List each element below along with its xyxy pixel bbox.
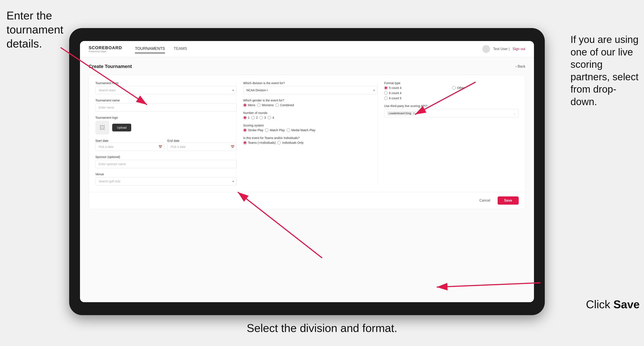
gender-mens[interactable]: Mens [243,103,255,107]
format-6count4[interactable]: 6 count 4 [384,91,450,95]
upload-button[interactable]: Upload [112,124,131,132]
division-label: Which division is the event for? [243,81,378,85]
form-col-3: Format type 5 count 4 Other [378,81,518,185]
tournament-logo-label: Tournament logo [95,116,236,119]
format-6count5[interactable]: 6 count 5 [384,96,450,100]
nav-tabs: TOURNAMENTS TEAMS [135,45,482,53]
sponsor-label: Sponsor (optional) [95,155,236,159]
third-party-group: Use third-party live scoring API? Leader… [384,104,518,117]
gender-group: Which gender is the event for? Mens Wome… [243,99,378,107]
gender-label: Which gender is the event for? [243,99,378,102]
format-radio-group: 5 count 4 Other 6 count 4 [384,86,518,100]
start-date-input[interactable] [95,143,164,151]
format-5count4-label: 5 count 4 [389,86,402,90]
page-title: Create Tournament [89,64,132,69]
scoring-medal-match-label: Medal Match Play [292,128,316,132]
third-party-chevron-icon[interactable]: ⌄ [513,112,516,115]
nav-bar: SCOREBOARD Powered by clippit TOURNAMENT… [80,41,534,57]
third-party-tag: Leaderboard King ✕ [387,111,416,116]
form-footer: Cancel Save [89,192,525,209]
division-group: Which division is the event for? NCAA Di… [243,81,378,94]
tab-teams[interactable]: TEAMS [174,45,187,53]
division-select[interactable]: NCAA Division I [243,86,378,94]
start-date-group: Start date [95,139,164,151]
rounds-1-label: 1 [248,116,250,119]
date-row: Start date End date [95,139,236,151]
division-wrapper: NCAA Division I [243,86,378,94]
gender-combined-label: Combined [280,103,294,107]
event-for-group: Is this event for Teams and/or Individua… [243,136,378,144]
event-individuals[interactable]: Individuals Only [277,141,304,144]
format-6count4-label: 6 count 4 [389,91,402,95]
rounds-3-label: 3 [264,116,266,119]
format-other[interactable]: Other [452,86,518,90]
tournament-host-label: Tournament Host [95,81,236,85]
third-party-label: Use third-party live scoring API? [384,104,518,108]
tablet-screen: SCOREBOARD Powered by clippit TOURNAMENT… [80,41,534,302]
tournament-host-group: Tournament Host [95,81,236,94]
rounds-2-label: 2 [256,116,258,119]
rounds-label: Number of rounds [243,111,378,115]
venue-wrapper [95,177,236,185]
scoring-match[interactable]: Match Play [265,128,285,132]
start-date-label: Start date [95,139,108,143]
gender-combined[interactable]: Combined [276,103,294,107]
annotation-top-left: Enter the tournament details. [6,9,67,51]
rounds-group: Number of rounds 1 2 [243,111,378,119]
gender-radio-row: Mens Womens Combined [243,103,378,107]
scoring-stroke-label: Stroke Play [248,128,264,132]
venue-group: Venue [95,173,236,185]
annotation-top-right: If you are using one of our live scoring… [570,33,640,108]
avatar [482,45,490,53]
page-header: Create Tournament ‹ Back [89,64,525,69]
sponsor-input[interactable] [95,160,236,168]
logo-sub: Powered by clippit [89,50,122,53]
logo-upload-area: 🖼 Upload [95,121,236,135]
scoring-medal-match[interactable]: Medal Match Play [287,128,316,132]
tab-tournaments[interactable]: TOURNAMENTS [135,45,165,53]
cancel-button[interactable]: Cancel [475,196,494,205]
rounds-4[interactable]: 4 [268,116,274,119]
end-date-wrapper [167,143,236,151]
tag-close-icon[interactable]: ✕ [413,112,415,115]
scoring-radio-row: Stroke Play Match Play Medal Match Play [243,128,378,132]
event-individuals-label: Individuals Only [282,141,304,144]
third-party-select-wrapper[interactable]: Leaderboard King ✕ ⌄ [384,109,518,117]
back-link[interactable]: ‹ Back [516,65,525,68]
tournament-logo-group: Tournament logo 🖼 Upload [95,116,236,135]
scoring-group: Scoring system Stroke Play Match Play [243,124,378,132]
scoring-stroke[interactable]: Stroke Play [243,128,264,132]
user-name: Test User | [493,47,510,51]
main-content: Create Tournament ‹ Back Tournament Host [80,57,534,302]
venue-label: Venue [95,173,236,176]
date-group: Start date End date [95,139,236,151]
rounds-2[interactable]: 2 [251,116,258,119]
tournament-host-wrapper [95,86,236,94]
scoring-label: Scoring system [243,124,378,127]
event-for-label: Is this event for Teams and/or Individua… [243,136,378,140]
event-for-radio-row: Teams (+Individuals) Individuals Only [243,141,378,144]
tournament-name-input[interactable] [95,103,236,112]
scoring-match-label: Match Play [270,128,285,132]
sign-out-link[interactable]: Sign out [512,47,525,51]
gender-womens-label: Womens [262,103,274,107]
gender-womens[interactable]: Womens [257,103,274,107]
event-teams[interactable]: Teams (+Individuals) [243,141,276,144]
format-5count4[interactable]: 5 count 4 [384,86,450,90]
annotation-bottom-right: Click Save [586,297,640,312]
form-inner: Tournament Host Tournament name Tourname… [89,75,525,192]
format-type-group: Format type 5 count 4 Other [384,81,518,100]
tournament-host-input[interactable] [95,86,236,94]
sponsor-group: Sponsor (optional) [95,155,236,168]
end-date-input[interactable] [167,143,236,151]
form-col-1: Tournament Host Tournament name Tourname… [95,81,236,185]
nav-right: Test User | Sign out [482,45,525,53]
rounds-1[interactable]: 1 [243,116,250,119]
save-button[interactable]: Save [498,196,518,205]
rounds-3[interactable]: 3 [260,116,266,119]
venue-input[interactable] [95,177,236,185]
end-date-label: End date [167,139,180,143]
third-party-value: Leaderboard King [389,112,411,115]
form-col-2: Which division is the event for? NCAA Di… [236,81,378,185]
end-date-group: End date [167,139,236,151]
